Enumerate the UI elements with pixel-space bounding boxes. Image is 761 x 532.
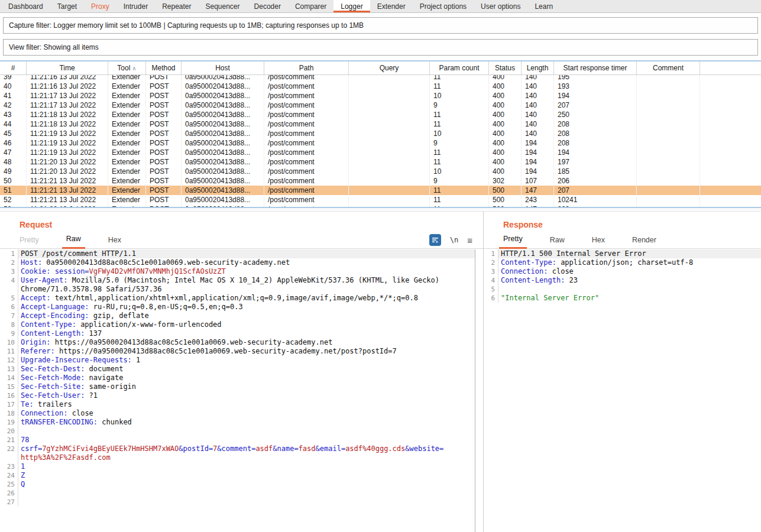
column-header-param-count[interactable]: Param count [430, 61, 489, 74]
line-number: 22 [0, 445, 18, 453]
top-tab-repeater[interactable]: Repeater [155, 0, 198, 12]
column-header-path[interactable]: Path [264, 61, 349, 74]
line-text: Referer: https://0a9500020413d88ac08c5c1… [18, 347, 475, 356]
top-tab-logger[interactable]: Logger [333, 0, 370, 12]
menu-icon[interactable]: ≡ [467, 235, 472, 245]
cell-length: 147 [522, 186, 554, 195]
line-number: 11 [0, 347, 18, 356]
table-row-47[interactable]: 4711:21:19 13 Jul 2022ExtenderPOST0a9500… [0, 148, 761, 157]
cell-length: 140 [522, 110, 554, 119]
column-header-host[interactable]: Host [182, 61, 264, 74]
cell-timer: 194 [554, 91, 637, 100]
cell-tool: Extender [108, 167, 146, 176]
line-number: 12 [0, 356, 18, 365]
table-row-49[interactable]: 4911:21:20 13 Jul 2022ExtenderPOST0a9500… [0, 167, 761, 176]
top-tab-decoder[interactable]: Decoder [247, 0, 288, 12]
column-header-tool[interactable]: Tool∧ [108, 61, 146, 74]
response-tab-pretty[interactable]: Pretty [499, 235, 527, 249]
cell-time: 11:21:16 13 Jul 2022 [27, 75, 108, 82]
cell-path: /post/comment [264, 195, 349, 205]
cell-query [349, 167, 430, 176]
response-tab-hex[interactable]: Hex [588, 236, 609, 248]
cell-query [349, 138, 430, 148]
cell-comment [637, 176, 700, 186]
table-body[interactable]: 3911:21:16 13 Jul 2022ExtenderPOST0a9500… [0, 75, 761, 207]
table-row-53[interactable]: 5311:21:22 13 Jul 2022ExtenderPOST0a9500… [0, 205, 761, 207]
response-editor[interactable]: 1HTTP/1.1 500 Internal Server Error2Cont… [484, 249, 761, 532]
table-rows: 3911:21:16 13 Jul 2022ExtenderPOST0a9500… [0, 75, 761, 207]
column-header-status[interactable]: Status [489, 61, 522, 74]
table-row-52[interactable]: 5211:21:21 13 Jul 2022ExtenderPOST0a9500… [0, 195, 761, 205]
table-row-44[interactable]: 4411:21:18 13 Jul 2022ExtenderPOST0a9500… [0, 119, 761, 129]
cell-status: 400 [489, 75, 522, 82]
table-row-39[interactable]: 3911:21:16 13 Jul 2022ExtenderPOST0a9500… [0, 75, 761, 82]
cell-length: 140 [522, 119, 554, 129]
cell-status: 400 [489, 138, 522, 148]
table-row-48[interactable]: 4811:21:20 13 Jul 2022ExtenderPOST0a9500… [0, 157, 761, 167]
column-header-start-response-timer[interactable]: Start response timer [554, 61, 637, 74]
request-tab-pretty[interactable]: Pretty [15, 236, 43, 248]
line-text: Host: 0a9500020413d88ac08c5c1e001a0069.w… [18, 258, 475, 267]
top-tab-project-options[interactable]: Project options [413, 0, 474, 12]
view-filter-bar[interactable]: View filter: Showing all items [3, 39, 758, 56]
column-header--[interactable]: # [0, 61, 27, 74]
cell-comment [637, 205, 700, 207]
line-number: 26 [0, 489, 18, 498]
cell-tool: Extender [108, 186, 146, 195]
table-row-51[interactable]: 5111:21:21 13 Jul 2022ExtenderPOST0a9500… [0, 186, 761, 195]
capture-filter-bar[interactable]: Capture filter: Logger memory limit set … [3, 17, 758, 34]
table-row-43[interactable]: 4311:21:18 13 Jul 2022ExtenderPOST0a9500… [0, 110, 761, 119]
column-header-length[interactable]: Length [522, 61, 554, 74]
table-row-45[interactable]: 4511:21:19 13 Jul 2022ExtenderPOST0a9500… [0, 129, 761, 138]
line-number: 1 [484, 249, 498, 258]
newline-toggle[interactable]: \n [450, 236, 458, 244]
cell-path: /post/comment [264, 176, 349, 186]
line-number: 5 [0, 294, 18, 303]
top-tab-extender[interactable]: Extender [370, 0, 413, 12]
cell-timer: 206 [554, 176, 637, 186]
top-tab-dashboard[interactable]: Dashboard [1, 0, 50, 12]
prettify-icon[interactable] [429, 234, 441, 246]
cell-param_count: 11 [430, 75, 489, 82]
request-tab-hex[interactable]: Hex [104, 236, 125, 248]
column-header-comment[interactable]: Comment [637, 61, 700, 74]
line-text: Accept-Encoding: gzip, deflate [18, 312, 475, 320]
line-text: Sec-Fetch-Site: same-origin [18, 382, 475, 391]
cell-method: POST [146, 205, 182, 207]
editor-line: http%3A%2F%2Fasdf.com [0, 453, 475, 462]
table-row-46[interactable]: 4611:21:19 13 Jul 2022ExtenderPOST0a9500… [0, 138, 761, 148]
column-header-time[interactable]: Time [27, 61, 108, 74]
top-tab-target[interactable]: Target [50, 0, 84, 12]
cell-length: 194 [522, 138, 554, 148]
cell-host: 0a9500020413d88... [182, 157, 264, 167]
top-tab-learn[interactable]: Learn [527, 0, 560, 12]
response-tab-raw[interactable]: Raw [546, 236, 569, 248]
top-tab-proxy[interactable]: Proxy [84, 0, 116, 12]
line-number: 21 [0, 436, 18, 445]
cell-method: POST [146, 100, 182, 110]
request-editor[interactable]: 1POST /post/comment HTTP/1.12Host: 0a950… [0, 249, 475, 532]
column-header-method[interactable]: Method [146, 61, 182, 74]
top-tab-comparer[interactable]: Comparer [288, 0, 333, 12]
cell-id: 47 [0, 148, 27, 157]
line-number: 20 [0, 427, 18, 436]
top-tab-user-options[interactable]: User options [474, 0, 527, 12]
cell-query [349, 75, 430, 82]
column-header-query[interactable]: Query [349, 61, 430, 74]
top-tab-intruder[interactable]: Intruder [116, 0, 155, 12]
cell-timer: 10241 [554, 195, 637, 205]
table-row-42[interactable]: 4211:21:17 13 Jul 2022ExtenderPOST0a9500… [0, 100, 761, 110]
message-editors: Request PrettyRawHex \n ≡ 1POST /post/co… [0, 212, 761, 532]
table-row-41[interactable]: 4111:21:17 13 Jul 2022ExtenderPOST0a9500… [0, 91, 761, 100]
cell-tool: Extender [108, 205, 146, 207]
cell-status: 400 [489, 129, 522, 138]
table-row-50[interactable]: 5011:21:21 13 Jul 2022ExtenderPOST0a9500… [0, 176, 761, 186]
cell-param_count: 11 [430, 110, 489, 119]
line-text: csrf=7gYzhMCiFvi4gBEyUEEk7HmHSHM7xWAO&po… [18, 445, 475, 453]
request-tab-raw[interactable]: Raw [62, 235, 85, 249]
line-text: Content-Type: application/x-www-form-url… [18, 320, 475, 329]
editor-line: 17Te: trailers [0, 400, 475, 409]
top-tab-sequencer[interactable]: Sequencer [199, 0, 247, 12]
table-row-40[interactable]: 4011:21:16 13 Jul 2022ExtenderPOST0a9500… [0, 82, 761, 91]
response-tab-render[interactable]: Render [628, 236, 660, 248]
